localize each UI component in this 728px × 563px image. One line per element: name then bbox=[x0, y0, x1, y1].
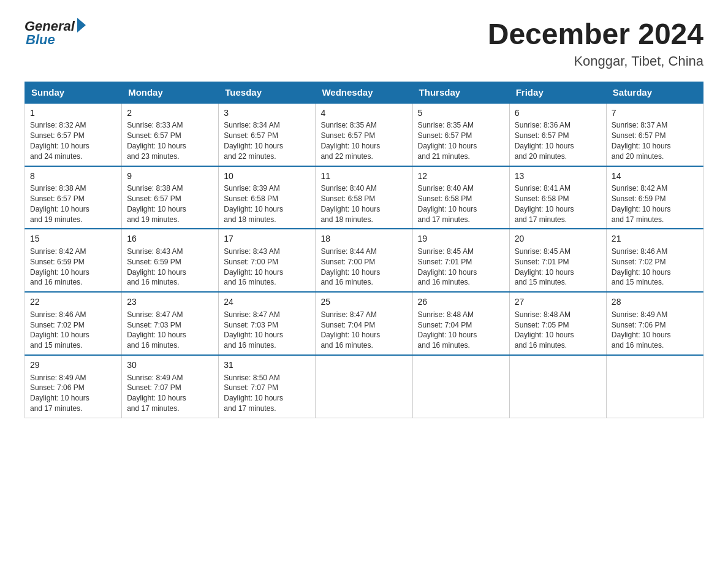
header-row: SundayMondayTuesdayWednesdayThursdayFrid… bbox=[25, 82, 703, 103]
day-info: Sunrise: 8:35 AM Sunset: 6:57 PM Dayligh… bbox=[320, 120, 407, 161]
day-number: 12 bbox=[418, 170, 504, 183]
calendar-week-3: 15Sunrise: 8:42 AM Sunset: 6:59 PM Dayli… bbox=[25, 229, 703, 292]
day-info: Sunrise: 8:47 AM Sunset: 7:04 PM Dayligh… bbox=[320, 310, 407, 351]
day-number: 20 bbox=[515, 233, 601, 245]
calendar-day-3: 3Sunrise: 8:34 AM Sunset: 6:57 PM Daylig… bbox=[219, 103, 316, 166]
day-number: 10 bbox=[224, 170, 310, 183]
day-number: 9 bbox=[127, 170, 213, 183]
calendar-day-30: 30Sunrise: 8:49 AM Sunset: 7:07 PM Dayli… bbox=[122, 355, 219, 418]
logo-blue-text: Blue bbox=[26, 32, 55, 48]
day-info: Sunrise: 8:38 AM Sunset: 6:57 PM Dayligh… bbox=[30, 183, 116, 224]
calendar-day-16: 16Sunrise: 8:43 AM Sunset: 6:59 PM Dayli… bbox=[122, 229, 219, 292]
header-day-thursday: Thursday bbox=[412, 82, 509, 103]
day-number: 25 bbox=[320, 296, 407, 308]
day-number: 29 bbox=[30, 359, 116, 372]
day-number: 26 bbox=[418, 296, 504, 308]
calendar-day-10: 10Sunrise: 8:39 AM Sunset: 6:58 PM Dayli… bbox=[219, 166, 316, 229]
day-info: Sunrise: 8:38 AM Sunset: 6:57 PM Dayligh… bbox=[127, 183, 213, 224]
calendar-day-26: 26Sunrise: 8:48 AM Sunset: 7:04 PM Dayli… bbox=[412, 292, 509, 355]
calendar-week-1: 1Sunrise: 8:32 AM Sunset: 6:57 PM Daylig… bbox=[25, 103, 703, 166]
header-day-sunday: Sunday bbox=[25, 82, 122, 103]
calendar-week-4: 22Sunrise: 8:46 AM Sunset: 7:02 PM Dayli… bbox=[25, 292, 703, 355]
day-number: 24 bbox=[224, 296, 310, 308]
calendar-week-5: 29Sunrise: 8:49 AM Sunset: 7:06 PM Dayli… bbox=[25, 355, 703, 418]
day-info: Sunrise: 8:37 AM Sunset: 6:57 PM Dayligh… bbox=[612, 120, 698, 161]
page-header: General Blue December 2024 Konggar, Tibe… bbox=[25, 18, 703, 69]
calendar-title: December 2024 bbox=[488, 18, 703, 51]
calendar-day-13: 13Sunrise: 8:41 AM Sunset: 6:58 PM Dayli… bbox=[509, 166, 606, 229]
day-number: 17 bbox=[224, 233, 310, 245]
title-block: December 2024 Konggar, Tibet, China bbox=[488, 18, 703, 69]
calendar-day-22: 22Sunrise: 8:46 AM Sunset: 7:02 PM Dayli… bbox=[25, 292, 122, 355]
day-number: 8 bbox=[30, 170, 116, 183]
day-number: 31 bbox=[224, 359, 310, 372]
day-info: Sunrise: 8:41 AM Sunset: 6:58 PM Dayligh… bbox=[515, 183, 601, 224]
logo: General Blue bbox=[25, 18, 86, 48]
header-day-friday: Friday bbox=[509, 82, 606, 103]
day-number: 13 bbox=[515, 170, 601, 183]
day-info: Sunrise: 8:48 AM Sunset: 7:05 PM Dayligh… bbox=[515, 310, 601, 351]
day-info: Sunrise: 8:42 AM Sunset: 6:59 PM Dayligh… bbox=[612, 183, 698, 224]
calendar-day-24: 24Sunrise: 8:47 AM Sunset: 7:03 PM Dayli… bbox=[219, 292, 316, 355]
calendar-day-6: 6Sunrise: 8:36 AM Sunset: 6:57 PM Daylig… bbox=[509, 103, 606, 166]
day-info: Sunrise: 8:42 AM Sunset: 6:59 PM Dayligh… bbox=[30, 247, 116, 288]
day-number: 1 bbox=[30, 107, 116, 120]
day-number: 3 bbox=[224, 107, 310, 120]
day-info: Sunrise: 8:34 AM Sunset: 6:57 PM Dayligh… bbox=[224, 120, 310, 161]
day-number: 23 bbox=[127, 296, 213, 308]
day-info: Sunrise: 8:47 AM Sunset: 7:03 PM Dayligh… bbox=[127, 310, 213, 351]
calendar-day-23: 23Sunrise: 8:47 AM Sunset: 7:03 PM Dayli… bbox=[122, 292, 219, 355]
calendar-day-empty bbox=[606, 355, 703, 418]
calendar-day-29: 29Sunrise: 8:49 AM Sunset: 7:06 PM Dayli… bbox=[25, 355, 122, 418]
calendar-day-1: 1Sunrise: 8:32 AM Sunset: 6:57 PM Daylig… bbox=[25, 103, 122, 166]
day-number: 14 bbox=[612, 170, 698, 183]
calendar-body: 1Sunrise: 8:32 AM Sunset: 6:57 PM Daylig… bbox=[25, 103, 703, 418]
day-number: 30 bbox=[127, 359, 213, 372]
day-info: Sunrise: 8:40 AM Sunset: 6:58 PM Dayligh… bbox=[418, 183, 504, 224]
day-info: Sunrise: 8:47 AM Sunset: 7:03 PM Dayligh… bbox=[224, 310, 310, 351]
calendar-day-4: 4Sunrise: 8:35 AM Sunset: 6:57 PM Daylig… bbox=[316, 103, 412, 166]
calendar-day-empty bbox=[412, 355, 509, 418]
day-info: Sunrise: 8:48 AM Sunset: 7:04 PM Dayligh… bbox=[418, 310, 504, 351]
header-day-saturday: Saturday bbox=[606, 82, 703, 103]
calendar-day-20: 20Sunrise: 8:45 AM Sunset: 7:01 PM Dayli… bbox=[509, 229, 606, 292]
calendar-day-12: 12Sunrise: 8:40 AM Sunset: 6:58 PM Dayli… bbox=[412, 166, 509, 229]
day-info: Sunrise: 8:43 AM Sunset: 6:59 PM Dayligh… bbox=[127, 247, 213, 288]
day-number: 15 bbox=[30, 233, 116, 245]
day-number: 4 bbox=[320, 107, 407, 120]
calendar-day-19: 19Sunrise: 8:45 AM Sunset: 7:01 PM Dayli… bbox=[412, 229, 509, 292]
day-info: Sunrise: 8:33 AM Sunset: 6:57 PM Dayligh… bbox=[127, 120, 213, 161]
calendar-day-15: 15Sunrise: 8:42 AM Sunset: 6:59 PM Dayli… bbox=[25, 229, 122, 292]
day-info: Sunrise: 8:49 AM Sunset: 7:06 PM Dayligh… bbox=[612, 310, 698, 351]
day-info: Sunrise: 8:43 AM Sunset: 7:00 PM Dayligh… bbox=[224, 247, 310, 288]
calendar-subtitle: Konggar, Tibet, China bbox=[488, 53, 703, 69]
day-info: Sunrise: 8:44 AM Sunset: 7:00 PM Dayligh… bbox=[320, 247, 407, 288]
day-number: 16 bbox=[127, 233, 213, 245]
calendar-day-empty bbox=[509, 355, 606, 418]
calendar-day-empty bbox=[316, 355, 412, 418]
calendar-day-31: 31Sunrise: 8:50 AM Sunset: 7:07 PM Dayli… bbox=[219, 355, 316, 418]
header-day-monday: Monday bbox=[122, 82, 219, 103]
calendar-day-25: 25Sunrise: 8:47 AM Sunset: 7:04 PM Dayli… bbox=[316, 292, 412, 355]
calendar-day-18: 18Sunrise: 8:44 AM Sunset: 7:00 PM Dayli… bbox=[316, 229, 412, 292]
calendar-week-2: 8Sunrise: 8:38 AM Sunset: 6:57 PM Daylig… bbox=[25, 166, 703, 229]
calendar-day-11: 11Sunrise: 8:40 AM Sunset: 6:58 PM Dayli… bbox=[316, 166, 412, 229]
day-info: Sunrise: 8:46 AM Sunset: 7:02 PM Dayligh… bbox=[30, 310, 116, 351]
calendar-day-7: 7Sunrise: 8:37 AM Sunset: 6:57 PM Daylig… bbox=[606, 103, 703, 166]
day-number: 5 bbox=[418, 107, 504, 120]
day-number: 21 bbox=[612, 233, 698, 245]
day-info: Sunrise: 8:40 AM Sunset: 6:58 PM Dayligh… bbox=[320, 183, 407, 224]
day-number: 6 bbox=[515, 107, 601, 120]
day-number: 7 bbox=[612, 107, 698, 120]
day-number: 2 bbox=[127, 107, 213, 120]
day-info: Sunrise: 8:36 AM Sunset: 6:57 PM Dayligh… bbox=[515, 120, 601, 161]
header-day-tuesday: Tuesday bbox=[219, 82, 316, 103]
day-number: 11 bbox=[320, 170, 407, 183]
calendar-header: SundayMondayTuesdayWednesdayThursdayFrid… bbox=[25, 82, 703, 103]
day-info: Sunrise: 8:49 AM Sunset: 7:07 PM Dayligh… bbox=[127, 373, 213, 414]
day-info: Sunrise: 8:39 AM Sunset: 6:58 PM Dayligh… bbox=[224, 183, 310, 224]
day-info: Sunrise: 8:50 AM Sunset: 7:07 PM Dayligh… bbox=[224, 373, 310, 414]
calendar-day-17: 17Sunrise: 8:43 AM Sunset: 7:00 PM Dayli… bbox=[219, 229, 316, 292]
day-number: 22 bbox=[30, 296, 116, 308]
day-info: Sunrise: 8:45 AM Sunset: 7:01 PM Dayligh… bbox=[418, 247, 504, 288]
